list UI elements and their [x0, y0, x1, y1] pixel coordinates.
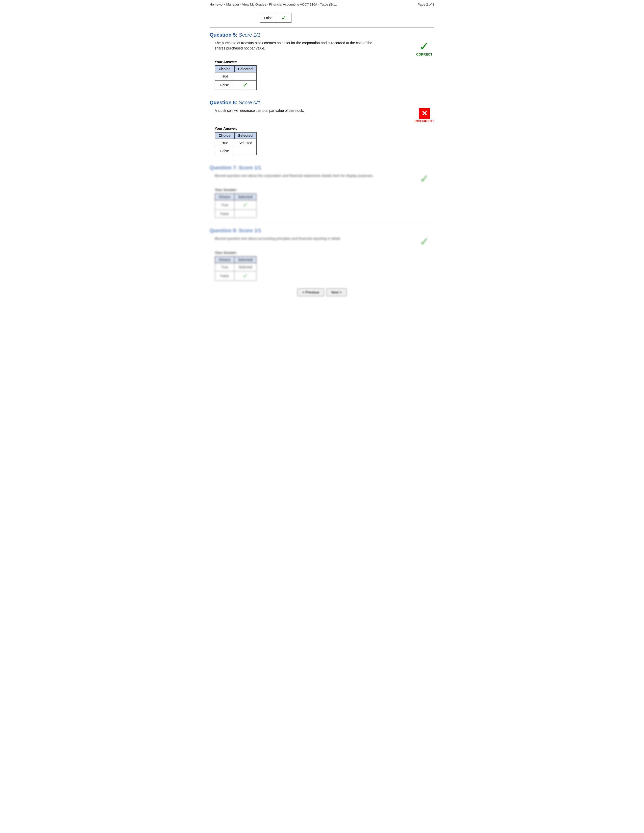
q8-check-icon: ✓	[243, 272, 248, 279]
q6-false-selected	[234, 147, 257, 155]
question-6-title: Question 6: Score 0/1	[209, 100, 435, 106]
question-5-title: Question 5: Score 1/1	[209, 32, 435, 38]
divider-q7-q8	[209, 223, 435, 223]
question-8-title: Question 8: Score 1/1	[209, 228, 435, 233]
q7-row-true: True ✓	[215, 200, 256, 210]
q5-row-true: True	[215, 72, 256, 80]
question-8-score: Score 1/1	[239, 228, 261, 233]
question-6-body: A stock split will decrease the total pa…	[215, 108, 435, 123]
prev-choice-cell: False	[260, 13, 276, 23]
question-6-label: Question 6:	[209, 100, 237, 105]
question-5-result: ✓ CORRECT	[414, 40, 435, 56]
question-8-result: ✓	[414, 236, 435, 247]
q5-check-icon: ✓	[243, 82, 248, 88]
q6-row-false: False	[215, 147, 256, 155]
question-6-text: A stock split will decrease the total pa…	[215, 108, 304, 113]
next-button[interactable]: Next >	[326, 288, 347, 296]
question-8-text: Blurred question text about accounting p…	[215, 236, 341, 241]
question-7-score: Score 1/1	[239, 165, 261, 170]
question-7-block: Question 7: Score 1/1 Blurred question t…	[209, 165, 435, 218]
q5-row-false: False ✓	[215, 80, 256, 90]
prev-checkmark: ✓	[281, 14, 287, 21]
question-5-answer-table: Choice Selected True False ✓	[215, 65, 257, 90]
q6-false-choice: False	[215, 147, 234, 155]
q7-true-choice: True	[215, 200, 234, 210]
question-6-answer-table: Choice Selected True Selected False	[215, 132, 257, 155]
question-8-answer-table: Choice Selected True Selected False ✓	[215, 256, 257, 281]
prev-question-tail: False ✓	[260, 13, 435, 23]
q7-false-choice: False	[215, 210, 234, 218]
question-7-result: ✓	[414, 173, 435, 184]
question-6-your-answer-label: Your Answer:	[215, 127, 435, 130]
q6-true-choice: True	[215, 139, 234, 147]
question-5-correct-label: CORRECT	[416, 53, 432, 56]
question-5-body: The purchase of treasury stock creates a…	[215, 40, 435, 56]
q5-true-selected	[234, 72, 257, 80]
question-6-incorrect-label: INCORRECT	[414, 119, 434, 123]
question-7-your-answer: Your Answer:	[215, 188, 435, 192]
q7-row-false: False	[215, 210, 256, 218]
question-6-block: Question 6: Score 0/1 A stock split will…	[209, 100, 435, 155]
page-title-left: Homework Manager - View My Grades - Fina…	[209, 3, 337, 6]
question-5-table-wrapper: Choice Selected True False ✓	[215, 65, 435, 90]
q6-col-selected: Selected	[234, 132, 257, 139]
q7-col-selected: Selected	[234, 194, 257, 200]
q7-true-selected: ✓	[234, 200, 257, 210]
q8-col-selected: Selected	[234, 256, 257, 263]
q7-check-icon: ✓	[243, 201, 248, 208]
question-8-body: Blurred question text about accounting p…	[215, 236, 435, 247]
q8-false-selected: ✓	[234, 271, 257, 280]
q5-false-choice: False	[215, 80, 234, 90]
question-7-label: Question 7:	[209, 165, 237, 170]
q7-false-selected	[234, 210, 257, 218]
prev-selected-cell: ✓	[276, 13, 291, 23]
q6-row-true: True Selected	[215, 139, 256, 147]
page-header: Homework Manager - View My Grades - Fina…	[209, 3, 435, 8]
q8-col-choice: Choice	[215, 256, 234, 263]
q6-col-choice: Choice	[215, 132, 234, 139]
question-6-score: Score 0/1	[239, 100, 261, 105]
q7-correct-icon: ✓	[420, 173, 429, 184]
q8-row-false: False ✓	[215, 271, 256, 280]
divider-top	[209, 27, 435, 27]
bottom-navigation: < Previous Next >	[209, 288, 435, 296]
correct-checkmark-icon: ✓	[419, 40, 429, 53]
question-6-result: ✕ INCORRECT	[414, 108, 435, 123]
q5-col-choice: Choice	[215, 66, 234, 72]
incorrect-x-icon: ✕	[419, 108, 430, 119]
question-5-score: Score 1/1	[239, 32, 261, 38]
question-8-your-answer: Your Answer:	[215, 251, 435, 255]
q8-true-selected: Selected	[234, 263, 257, 271]
question-6-table-wrapper: Choice Selected True Selected False	[215, 132, 435, 155]
question-8-table-wrapper: Choice Selected True Selected False ✓	[215, 256, 435, 281]
q5-false-selected: ✓	[234, 80, 257, 90]
q5-true-choice: True	[215, 72, 234, 80]
q8-false-choice: False	[215, 271, 234, 280]
q8-row-true: True Selected	[215, 263, 256, 271]
q5-col-selected: Selected	[234, 66, 257, 72]
question-7-body: Blurred question text about the corporat…	[215, 173, 435, 184]
question-5-text: The purchase of treasury stock creates a…	[215, 40, 379, 51]
q6-true-selected: Selected	[234, 139, 257, 147]
q8-correct-icon: ✓	[420, 236, 429, 247]
question-8-block: Question 8: Score 1/1 Blurred question t…	[209, 228, 435, 281]
prev-answer-table: False ✓	[260, 13, 291, 23]
question-5-your-answer-label: Your Answer:	[215, 60, 435, 64]
divider-q5-q6	[209, 95, 435, 95]
q8-true-choice: True	[215, 263, 234, 271]
question-7-title: Question 7: Score 1/1	[209, 165, 435, 170]
prev-button[interactable]: < Previous	[297, 288, 324, 296]
question-5-block: Question 5: Score 1/1 The purchase of tr…	[209, 32, 435, 90]
question-7-answer-table: Choice Selected True ✓ False	[215, 193, 257, 218]
question-8-label: Question 8:	[209, 228, 237, 233]
question-5-label: Question 5:	[209, 32, 237, 38]
page-number: Page 2 of 3	[418, 3, 435, 6]
question-7-table-wrapper: Choice Selected True ✓ False	[215, 193, 435, 218]
q7-col-choice: Choice	[215, 194, 234, 200]
question-7-text: Blurred question text about the corporat…	[215, 173, 374, 178]
